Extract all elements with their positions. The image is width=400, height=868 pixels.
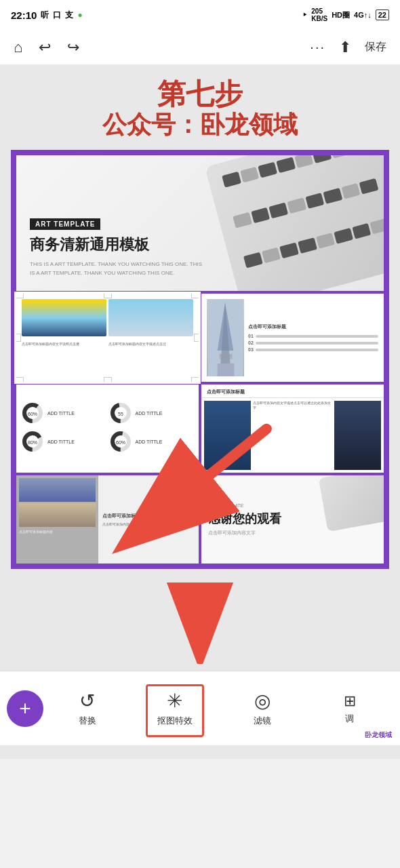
- thumbnail-grid: 点击即可添加标题内容文字说明点击通 点击即可添加标题内容文字描述点击过: [16, 294, 384, 564]
- data-speed: 205KB/S: [311, 7, 327, 22]
- chart-row-3: 80% ADD TITTLE: [22, 431, 106, 452]
- slide-thumb-2[interactable]: 60% ADD TITTLE 55 ADD TITTLE: [16, 384, 199, 473]
- city-photo-1: [22, 299, 106, 336]
- presentation-container: ART TEMPLATE 商务清新通用模板 THIS IS A ART TEMP…: [11, 150, 389, 569]
- cover-description: THIS IS A ART TEMPLATE. THANK YOU WATCHI…: [30, 260, 370, 278]
- thankyou-keyboard-decoration: [319, 475, 384, 532]
- slide-thumb-5[interactable]: 点击即可添加标题内容 点击即可添加标题 点击即可添加内容，文字内容说明点击可通过…: [16, 475, 199, 564]
- svg-text:80%: 80%: [28, 440, 37, 445]
- adjust-icon: ⊞: [344, 692, 356, 710]
- gray-text: 点击即可添加内容，文字内容说明点击可通过此处添加今天: [102, 522, 195, 527]
- chart-text-4: ADD TITTLE: [136, 439, 163, 444]
- nav-item-filter[interactable]: ◎ 滤镜: [218, 690, 306, 727]
- thankyou-subtitle: 点击即可添加内容文字: [208, 530, 377, 536]
- filter-label: 滤镜: [254, 715, 271, 727]
- eiffel-photo: [207, 299, 244, 376]
- slide-dark-body: 点击即可添加内容文字描述点击可以通过此处添加文字: [201, 398, 384, 473]
- signal-4g-icon: 4G↑↓: [354, 11, 372, 19]
- chart-row-2: 55 ADD TITTLE: [110, 402, 194, 424]
- key: [240, 167, 259, 183]
- slide-thumb-6[interactable]: ART TEMPLATE 感谢您的观看 点击即可添加内容文字: [201, 475, 384, 564]
- art-template-badge: ART TEMPLATE: [30, 218, 100, 230]
- key: [341, 183, 360, 199]
- bottom-spacer: [0, 745, 400, 759]
- status-record-icon: 口: [53, 9, 61, 21]
- undo-button[interactable]: ↩: [39, 39, 51, 56]
- title-sub: 公众号：卧龙领域: [11, 110, 389, 139]
- home-button[interactable]: ⌂: [14, 39, 22, 56]
- svg-text:60%: 60%: [28, 412, 37, 416]
- chart-text-1: ADD TITTLE: [47, 411, 75, 416]
- chart-text-2: ADD TITTLE: [136, 411, 163, 416]
- key: [258, 162, 277, 178]
- slide-thumb-3[interactable]: 点击即可添加标题 01 02 03: [201, 294, 384, 382]
- status-pay-icon: 支: [65, 9, 73, 21]
- eiffel-items: 01 02 03: [248, 334, 378, 352]
- nav-item-replace[interactable]: ↺ 替换: [43, 690, 131, 727]
- watermark: 卧龙领域: [365, 730, 392, 740]
- cover-title-chinese: 商务清新通用模板: [30, 235, 370, 255]
- adjust-label: 调: [345, 713, 354, 725]
- add-icon: +: [19, 697, 31, 720]
- add-button[interactable]: +: [7, 690, 43, 727]
- filter-icon: ◎: [254, 690, 271, 712]
- city-column-left: 点击即可添加标题内容文字说明点击通: [22, 299, 106, 376]
- matting-label: 抠图特效: [157, 715, 193, 727]
- key: [294, 155, 313, 168]
- bottom-nav: + ↺ 替换 ✳ 抠图特效 ◎ 滤镜 ⊞ 调 卧龙领域: [0, 671, 400, 745]
- more-options-button[interactable]: ···: [310, 39, 325, 55]
- status-time: 22:10: [11, 9, 37, 21]
- hd-icon: HD圈: [332, 10, 350, 20]
- slide-gray-content: 点击即可添加标题内容 点击即可添加标题 点击即可添加内容，文字内容说明点击可通过…: [16, 475, 199, 564]
- gray-left: 点击即可添加标题内容: [16, 475, 98, 564]
- svg-text:55: 55: [118, 412, 123, 416]
- slide-thankyou-content: ART TEMPLATE 感谢您的观看 点击即可添加内容文字: [201, 475, 384, 564]
- big-arrow-container: [0, 576, 400, 671]
- redo-button[interactable]: ↪: [67, 39, 79, 56]
- cover-slide[interactable]: ART TEMPLATE 商务清新通用模板 THIS IS A ART TEMP…: [16, 155, 384, 291]
- status-left: 22:10 听 口 支 ●: [11, 9, 83, 21]
- gray-right: 点击即可添加标题 点击即可添加内容，文字内容说明点击可通过此处添加今天: [98, 475, 199, 564]
- item-num-1: 01: [248, 334, 254, 338]
- key: [222, 172, 241, 188]
- key: [276, 157, 295, 174]
- bluetooth-icon: ‣: [302, 10, 307, 20]
- key: [330, 155, 349, 159]
- eiffel-title: 点击即可添加标题: [248, 323, 378, 330]
- gray-title: 点击即可添加标题: [102, 513, 195, 519]
- dark-city-photo-2: [334, 401, 381, 470]
- status-app-icon: ●: [77, 10, 82, 20]
- share-button[interactable]: ⬆: [339, 39, 351, 56]
- save-button[interactable]: 保存: [365, 40, 386, 54]
- main-content: 第七步 公众号：卧龙领域 ART TEMPLATE 商务清新通用模板 THIS …: [0, 65, 400, 576]
- slide-thumb-4[interactable]: 点击即可添加标题 点击即可添加内容文字描述点击可以通过此处添加文字: [201, 384, 384, 473]
- eiffel-item-3: 03: [248, 347, 378, 352]
- chart-row-4: 60% ADD TITTLE: [110, 431, 194, 452]
- eiffel-text-content: 点击即可添加标题 01 02 03: [248, 299, 378, 376]
- key: [359, 178, 378, 195]
- nav-item-matting[interactable]: ✳ 抠图特效: [131, 690, 218, 727]
- eiffel-svg: [207, 299, 244, 376]
- toolbar: ⌂ ↩ ↪ ··· ⬆ 保存: [0, 30, 400, 65]
- slide-thumb-1[interactable]: 点击即可添加标题内容文字说明点击通 点击即可添加标题内容文字描述点击过: [16, 294, 199, 382]
- nav-item-adjust[interactable]: ⊞ 调: [306, 692, 393, 725]
- eiffel-item-1: 01: [248, 334, 378, 338]
- status-audio-icon: 听: [41, 9, 49, 21]
- dark-city-photo: [204, 401, 251, 470]
- matting-icon: ✳: [167, 690, 182, 712]
- toolbar-left: ⌂ ↩ ↪: [14, 39, 79, 56]
- battery-icon: 22: [376, 9, 389, 20]
- title-area: 第七步 公众号：卧龙领域: [11, 79, 389, 139]
- gray-caption: 点击即可添加标题内容: [19, 530, 96, 534]
- slide-dark-title: 点击即可添加标题: [201, 384, 384, 398]
- item-bar-3: [256, 349, 378, 351]
- chart-row-1: 60% ADD TITTLE: [22, 402, 106, 424]
- donut-chart-3: 80%: [22, 431, 43, 452]
- dark-city-text: 点击即可添加内容文字描述点击可以通过此处添加文字: [253, 401, 332, 470]
- item-num-2: 02: [248, 340, 254, 345]
- city-caption-2: 点击即可添加标题内容文字描述点击过: [108, 342, 193, 347]
- donut-chart-1: 60%: [22, 402, 43, 424]
- city-column-right: 点击即可添加标题内容文字描述点击过: [108, 299, 193, 376]
- gray-city-img-1: [19, 478, 96, 502]
- slide-charts-content: 60% ADD TITTLE 55 ADD TITTLE: [16, 384, 199, 473]
